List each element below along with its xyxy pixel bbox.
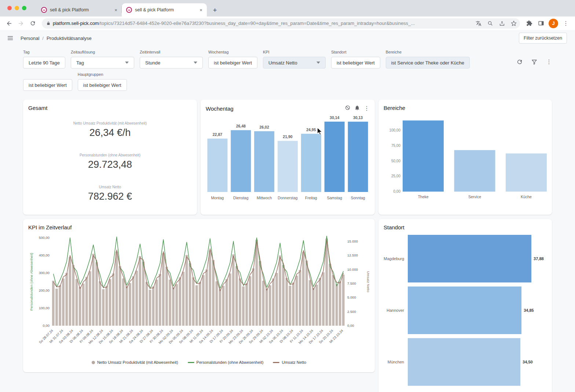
translate-icon[interactable] <box>474 19 483 28</box>
timeline-bar[interactable] <box>209 251 211 326</box>
timeline-bar[interactable] <box>169 280 171 326</box>
reload-button[interactable] <box>27 18 38 29</box>
zoom-window-button[interactable] <box>22 6 26 10</box>
timeline-bar[interactable] <box>112 273 115 326</box>
timeline-bar[interactable] <box>172 288 175 326</box>
timeline-bar[interactable] <box>146 282 148 326</box>
filter-dropdown-zeitintervall[interactable]: Stunde <box>140 57 203 69</box>
timeline-bar[interactable] <box>175 284 178 326</box>
breadcrumb-produktivitaetsanalyse[interactable]: Produktivitätsanalyse <box>47 36 92 41</box>
bar-Küche[interactable] <box>506 154 547 192</box>
timeline-bar[interactable] <box>62 278 65 326</box>
timeline-bar[interactable] <box>336 284 338 326</box>
browser-menu-icon[interactable]: ⋮ <box>560 18 571 29</box>
timeline-bar[interactable] <box>79 287 81 326</box>
filter-chip-wochentag[interactable]: ist beliebiger Wert <box>208 57 257 69</box>
timeline-bar[interactable] <box>82 284 85 326</box>
timeline-bar[interactable] <box>195 285 198 326</box>
timeline-bar[interactable] <box>119 266 121 326</box>
timeline-bar[interactable] <box>215 281 218 326</box>
zoom-lens-icon[interactable] <box>486 19 495 28</box>
timeline-bar[interactable] <box>202 275 205 326</box>
timeline-bar[interactable] <box>132 276 135 326</box>
timeline-bar[interactable] <box>59 285 61 326</box>
timeline-bar[interactable] <box>199 282 201 326</box>
filter-icon[interactable] <box>530 58 538 66</box>
timeline-bar[interactable] <box>99 281 101 326</box>
forward-button[interactable] <box>15 18 26 29</box>
timeline-bar[interactable] <box>256 240 258 326</box>
filter-chip-tag[interactable]: Letzte 90 Tage <box>23 57 65 69</box>
circle-slash-icon[interactable] <box>345 105 351 112</box>
bar-Theke[interactable] <box>403 121 444 192</box>
timeline-bar[interactable] <box>342 275 345 326</box>
reset-filters-button[interactable]: Filter zurücksetzen <box>519 33 567 44</box>
timeline-bar[interactable] <box>279 255 281 326</box>
timeline-bar[interactable] <box>72 265 75 326</box>
filter-menu-icon[interactable]: ⋮ <box>545 58 553 66</box>
timeline-bar[interactable] <box>139 256 141 326</box>
timeline-bar[interactable] <box>142 262 144 326</box>
refresh-icon[interactable] <box>516 58 524 66</box>
timeline-bar[interactable] <box>116 252 118 326</box>
timeline-bar[interactable] <box>269 285 271 326</box>
timeline-bar[interactable] <box>232 254 235 326</box>
timeline-bar[interactable] <box>302 252 305 326</box>
timeline-bar[interactable] <box>76 279 78 326</box>
timeline-bar[interactable] <box>155 280 158 326</box>
bar-Samstag[interactable] <box>325 122 345 192</box>
timeline-bar[interactable] <box>275 273 278 326</box>
bar-München[interactable] <box>408 338 520 386</box>
timeline-bar[interactable] <box>179 277 181 326</box>
timeline-bar[interactable] <box>305 260 308 326</box>
filter-chip-bereiche[interactable]: ist Service oder Theke oder Küche <box>386 57 470 69</box>
timeline-bar[interactable] <box>315 285 318 326</box>
browser-tab-2-active[interactable]: sp sell & pick Platform × <box>122 3 207 16</box>
close-tab-icon[interactable]: × <box>113 7 119 13</box>
timeline-bar[interactable] <box>312 288 315 326</box>
timeline-bar[interactable] <box>282 265 285 326</box>
timeline-bar[interactable] <box>205 270 208 326</box>
timeline-bar[interactable] <box>219 289 221 326</box>
filter-dropdown-kpi[interactable]: Umsatz Netto <box>263 57 326 69</box>
timeline-bar[interactable] <box>289 286 291 326</box>
timeline-bar[interactable] <box>272 278 275 326</box>
url-bar[interactable]: platform.sell-pick.com/topics/73214d57-6… <box>42 18 520 29</box>
bar-Dienstag[interactable] <box>231 130 251 192</box>
timeline-bar[interactable] <box>322 272 325 326</box>
timeline-bar[interactable] <box>325 238 328 326</box>
timeline-bar[interactable] <box>85 277 88 326</box>
timeline-bar[interactable] <box>182 272 185 326</box>
bell-icon[interactable] <box>354 105 360 112</box>
timeline-bar[interactable] <box>55 289 58 326</box>
timeline-bar[interactable] <box>162 253 165 326</box>
timeline-bar[interactable] <box>105 286 108 326</box>
timeline-bar[interactable] <box>259 261 261 326</box>
timeline-bar[interactable] <box>319 278 321 326</box>
close-tab-icon[interactable]: × <box>198 7 204 13</box>
filter-chip-standort[interactable]: ist beliebiger Wert <box>331 57 380 69</box>
minimize-window-button[interactable] <box>15 6 19 10</box>
breadcrumb-personal[interactable]: Personal <box>21 36 39 41</box>
bar-Magdeburg[interactable] <box>408 235 531 282</box>
timeline-bar[interactable] <box>329 264 332 326</box>
bar-Donnerstag[interactable] <box>278 141 298 192</box>
back-button[interactable] <box>4 18 15 29</box>
timeline-bar[interactable] <box>222 286 225 326</box>
timeline-bar[interactable] <box>245 283 248 326</box>
timeline-bar[interactable] <box>296 276 298 326</box>
timeline-bar[interactable] <box>109 279 111 326</box>
timeline-bar[interactable] <box>186 255 188 326</box>
timeline-bar[interactable] <box>52 281 55 326</box>
timeline-bar[interactable] <box>265 289 268 326</box>
timeline-bar[interactable] <box>285 278 288 326</box>
bar-Freitag[interactable] <box>301 134 321 192</box>
timeline-bar[interactable] <box>262 281 265 326</box>
timeline-bar[interactable] <box>122 278 125 326</box>
bookmark-star-icon[interactable] <box>509 19 519 28</box>
bar-Mittwoch[interactable] <box>254 131 274 192</box>
timeline-bar[interactable] <box>339 281 341 326</box>
timeline-bar[interactable] <box>332 275 335 326</box>
timeline-bar[interactable] <box>189 263 191 326</box>
extensions-icon[interactable] <box>524 18 535 29</box>
